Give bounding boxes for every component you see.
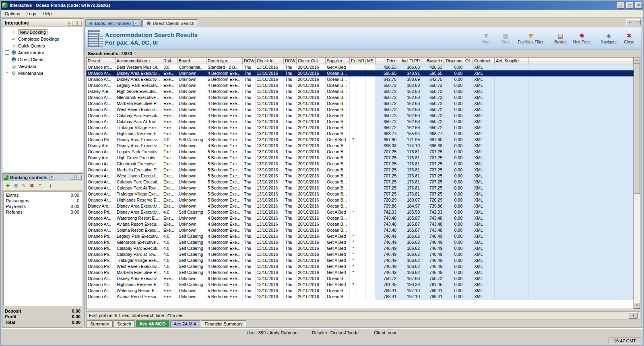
table-row[interactable]: Orlando Ar...Watersong Resort E...Exe...… xyxy=(87,215,634,221)
table-row[interactable]: Orlando Ar...Glenbrook Executive ...Exe.… xyxy=(87,95,634,101)
basket-button[interactable]: ▤Basket xyxy=(551,29,570,48)
table-row[interactable]: Orlando Pri...Marbella Executive Pl...4.… xyxy=(87,270,634,276)
column-header-ms[interactable]: MS xyxy=(366,58,376,64)
table-row[interactable]: Orlando Ar...Marbella Executive Pl...Exe… xyxy=(87,167,634,173)
maximize-button[interactable]: □ xyxy=(626,2,633,8)
table-row[interactable]: Orlando Pri...Calabay Parc at Tow...4.0S… xyxy=(87,251,634,257)
column-header-of[interactable]: Of xyxy=(464,58,473,64)
column-header-er[interactable]: Er xyxy=(350,58,357,64)
scrollbar-track[interactable] xyxy=(634,194,640,303)
sidebar-item-administrator[interactable]: +☻Administrator xyxy=(3,49,82,56)
column-header-resort[interactable]: Resort xyxy=(87,58,116,64)
menu-help[interactable]: Help xyxy=(39,10,55,17)
table-row[interactable]: Orlando Pri...West Haven Executiv...4.0S… xyxy=(87,264,634,270)
sidebar-item-maintenance[interactable]: +⚙Maintenance xyxy=(3,70,82,76)
table-row[interactable]: Orlando Ar...Legacy Park Executiv...Exe.… xyxy=(87,149,634,155)
booking-content-row[interactable]: Passengers0 xyxy=(4,198,82,204)
table-row[interactable]: Disney Are...Disney Area Executiv...Exe.… xyxy=(87,203,634,209)
sort-icon[interactable]: ▾ xyxy=(441,59,442,63)
tab-acc-4a-mco[interactable]: Acc 4A MCO xyxy=(136,320,169,327)
table-row[interactable]: Orlando Pri...Disney Area Executiv...4.0… xyxy=(87,209,634,215)
table-row[interactable]: Orlando Ar...Highlands Reserve E...Exe..… xyxy=(87,197,634,203)
column-header-nr[interactable]: NR xyxy=(357,58,366,64)
table-row[interactable]: Orlando Ar...Trafalgar Village Exe...Exe… xyxy=(87,191,634,197)
table-row[interactable]: Orlando Ar...Glenbrook Executive ...Exe.… xyxy=(87,161,634,167)
table-row[interactable]: Disney Are...High Grove Executiv...Exe..… xyxy=(87,89,634,95)
nett-price-button[interactable]: ✺Nett Price xyxy=(571,29,593,48)
dock-left-button[interactable]: ← xyxy=(77,21,82,26)
delete-icon[interactable]: ✖ xyxy=(30,182,34,189)
column-header-dow[interactable]: DOW xyxy=(243,58,256,64)
column-header-discount[interactable]: Discount xyxy=(444,58,464,64)
column-header-supplier[interactable]: Supplier xyxy=(326,58,350,64)
close-tab-icon[interactable]: ✕ xyxy=(133,21,138,26)
table-row[interactable]: Orlando Ar...Disney Area Executiv...Exe.… xyxy=(87,70,634,76)
table-row[interactable]: Orlando Ar...West Haven Executi...Exe...… xyxy=(87,107,634,113)
table-row[interactable]: Orlando Pri...Disney Area Executiv...4.0… xyxy=(87,137,634,143)
navigate-button[interactable]: ◈Navigate xyxy=(599,29,619,48)
tab-summary[interactable]: Summary xyxy=(87,320,113,327)
vertical-scrollbar[interactable]: ▲ ▼ xyxy=(634,58,640,309)
table-row[interactable]: Orlando Ar...Highlands Reserve E...Exe..… xyxy=(87,131,634,137)
facilities-filter-button[interactable]: ▼Facilities Filter xyxy=(516,29,546,48)
booking-content-row[interactable]: Extras0.00 xyxy=(4,192,82,198)
column-header-board[interactable]: Board xyxy=(178,58,206,64)
sidebar-item-viewdata[interactable]: ◎Viewdata xyxy=(3,63,82,70)
expand-icon[interactable]: + xyxy=(5,50,9,55)
table-row[interactable]: Disney Are...Disney Area Executiv...Exe.… xyxy=(87,143,634,149)
table-row[interactable]: Orlando Ar...Watersong Resort E...Exe...… xyxy=(87,288,634,294)
dock-right-button[interactable]: → xyxy=(72,21,76,26)
column-header-incl-fl-pp[interactable]: Incl.Fl.PP xyxy=(398,58,421,64)
maximize-booking-contents-button[interactable]: □ xyxy=(76,175,82,180)
close-window-button[interactable]: ✕ xyxy=(635,2,642,8)
scroll-up-icon[interactable]: ▲ xyxy=(634,58,640,64)
table-row[interactable]: Orlando Ar...Aviana Resort Execu...Exe..… xyxy=(87,294,634,300)
tab-acc-2a-mia[interactable]: Acc 2A MIA xyxy=(170,320,200,327)
tab-search[interactable]: Search xyxy=(114,320,135,327)
table-row[interactable]: Orlando Ar...Disney Area Executiv...Exe.… xyxy=(87,76,634,82)
column-header-contract[interactable]: Contract xyxy=(473,58,495,64)
menu-logs[interactable]: Logs xyxy=(23,10,39,17)
column-header-dow[interactable]: DOW xyxy=(284,58,297,64)
sidebar-item-direct-clients[interactable]: ☻Direct Clients xyxy=(3,56,82,63)
minimize-panel-button[interactable]: − xyxy=(626,19,633,25)
filter-icon[interactable]: ▼ xyxy=(148,59,151,63)
edit-icon[interactable]: ✎ xyxy=(22,182,26,189)
table-row[interactable]: Orlando Ar...Calabay Parc At Tow...Exe..… xyxy=(87,119,634,125)
column-header-accommodation[interactable]: Accommodation▼ xyxy=(116,58,162,64)
table-row[interactable]: Orlando Pri...Trafalgar Village Exe...4.… xyxy=(87,257,634,264)
column-header-price[interactable]: Price xyxy=(376,58,398,64)
table-row[interactable]: Orlando Pri...Legacy Park Executiv...4.0… xyxy=(87,233,634,239)
minimize-booking-contents-button[interactable]: − xyxy=(70,175,75,180)
column-header-rati[interactable]: Rati... xyxy=(162,58,178,64)
sidebar-item-quick-quotes[interactable]: ¤Quick Quotes xyxy=(3,42,82,49)
column-header-room-type[interactable]: Room type xyxy=(206,58,243,64)
booking-content-row[interactable]: Payments0.00 xyxy=(4,204,82,209)
info-button[interactable]: i xyxy=(629,312,638,319)
sidebar-item-new-booking[interactable]: ✳New Booking xyxy=(3,29,82,35)
table-row[interactable]: Orlando Ar...West Haven Executi...Exe...… xyxy=(87,173,634,179)
menu-options[interactable]: Options xyxy=(2,10,23,17)
scrollbar-thumb[interactable] xyxy=(634,64,640,194)
add-icon[interactable]: ✚ xyxy=(6,182,10,189)
collapse-panel-button[interactable]: − xyxy=(68,21,71,26)
tab-book-ref-none[interactable]: ♣Book. ref.: <none>✕ xyxy=(85,19,142,27)
table-row[interactable]: Orlando Ar...Marbella Executive Pl...Exe… xyxy=(87,101,634,107)
column-header-basket[interactable]: Basket▾ xyxy=(421,58,444,64)
table-row[interactable]: Orlando Ar...Calabay Parc Executi...Exe.… xyxy=(87,179,634,185)
table-row[interactable]: Orlando Pri...Calabay Parc Executi...4.0… xyxy=(87,245,634,251)
column-header-act-supplier[interactable]: Act. Supplier xyxy=(495,58,528,64)
table-row[interactable]: Orlando Ar...Calabay Parc Executi...Exe.… xyxy=(87,113,634,119)
sidebar-item-completed-bookings[interactable]: ✔Completed Bookings xyxy=(3,35,82,42)
table-row[interactable]: Orlando Ar...Trafalgar Village Exe...Exe… xyxy=(87,125,634,131)
column-header-check-in[interactable]: Check In xyxy=(256,58,284,64)
table-row[interactable]: Orlando Ar...Highlands Reserve E...4.0Se… xyxy=(87,282,634,288)
info-icon[interactable]: i xyxy=(50,182,52,189)
table-row[interactable]: Disney Are...High Grove Executiv...Exe..… xyxy=(87,155,634,161)
table-row[interactable]: Orlando Ar...Disney Area Executiv...Exe.… xyxy=(87,276,634,282)
table-row[interactable]: Orlando Ar...Legacy Park Executiv...Exe.… xyxy=(87,82,634,89)
table-row[interactable]: Orlando Ar...Calabay Parc At Tow...Exe..… xyxy=(87,185,634,191)
table-row[interactable]: Orlando Int...Best Western Plus Or...3.0… xyxy=(87,64,634,70)
globe-icon[interactable]: ⊕ xyxy=(14,182,18,189)
booking-content-row[interactable]: Refunds0.00 xyxy=(4,209,82,215)
